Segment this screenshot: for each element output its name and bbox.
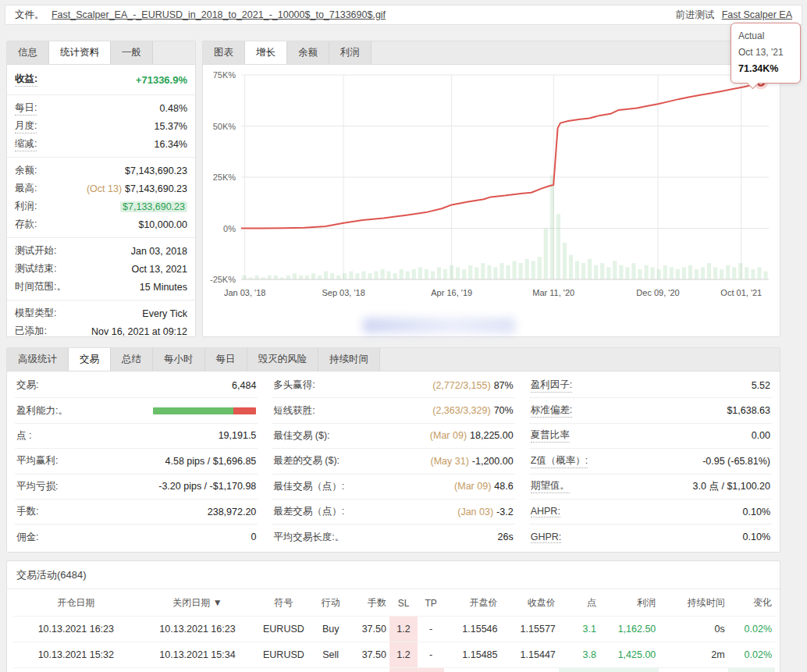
stat-label[interactable]: 盈利因子: [531, 379, 572, 393]
tab-balance[interactable]: 余额 [287, 41, 329, 64]
cell-open-price [444, 668, 500, 672]
info-value: 16.34% [155, 139, 187, 150]
stat-value: 4.58 pips / $1,696.85 [165, 456, 257, 467]
cell-tp: - [418, 617, 444, 642]
col-header-symbol[interactable]: 符号 [256, 589, 311, 617]
file-link[interactable]: Fast_Scalper_EA_-_EURUSD_in_2018_to_2021… [52, 9, 386, 20]
cell-close-date: 10.13.2021 16:23 [139, 617, 257, 642]
info-label: 测试开始: [15, 244, 56, 258]
cell-action: Sell [311, 642, 350, 668]
info-value: 0.48% [160, 103, 187, 114]
forward-test-link[interactable]: Fast Scalper EA [722, 9, 792, 20]
cell-action [311, 668, 350, 672]
trade-row[interactable]: 10.13.2021 16:2310.13.2021 16:23EURUSDBu… [13, 617, 775, 642]
stat-label[interactable]: 标准偏差: [531, 404, 572, 418]
tab-info[interactable]: 信息 [7, 41, 49, 64]
info-label: 模型类型: [15, 307, 56, 320]
statistics-rows: 收益:+71336.9%每日:0.48%月度:15.37%缩减:16.34%余额… [7, 65, 195, 344]
tab-daily[interactable]: 每日 [205, 348, 247, 371]
col-header-lots[interactable]: 手数 [350, 589, 389, 617]
stat-label: 短线获胜: [273, 404, 315, 418]
info-label[interactable]: 月度: [15, 119, 37, 133]
info-value-date: (Oct 13) [87, 183, 122, 194]
stat-cell: 平均交易长度:。26s [272, 524, 514, 549]
tab-statistics[interactable]: 统计资料 [49, 41, 111, 64]
stat-cell: 多头赢得:(2,772/3,155)87% [272, 373, 514, 398]
info-group: 每日:0.48%月度:15.37%缩减:16.34% [7, 95, 195, 158]
cell-points [559, 668, 599, 672]
col-header-close-price[interactable]: 收盘价 [501, 589, 559, 617]
svg-text:0%: 0% [223, 224, 236, 233]
col-header-sl[interactable]: SL [389, 589, 418, 617]
growth-chart[interactable]: 75K%50K%25K%0%-25K%Jan 03, '18Sep 03, '1… [205, 67, 778, 311]
stat-label[interactable]: GHPR: [531, 532, 562, 543]
tab-growth[interactable]: 增长 [245, 41, 287, 64]
svg-text:Sep 03, '18: Sep 03, '18 [322, 288, 364, 297]
tab-risk-of-ruin[interactable]: 毁灭的风险 [247, 348, 319, 371]
col-header-duration[interactable]: 持续时间 [659, 589, 727, 617]
tab-general[interactable]: 一般 [111, 41, 153, 64]
info-label: 已添加: [15, 325, 47, 338]
col-header-change[interactable]: 变化 [728, 589, 775, 617]
stat-label: 平均交易长度:。 [273, 531, 344, 544]
trade-row[interactable]: 10.13.2021 15:3210.13.2021 15:34EURUSDSe… [13, 642, 775, 668]
info-value: 15 Minutes [140, 282, 187, 293]
stat-value: 6,484 [232, 380, 256, 391]
cell-points: 3.8 [559, 642, 599, 668]
tab-summary[interactable]: 总结 [111, 348, 153, 371]
info-value: $7,143,690.23 [125, 165, 187, 176]
svg-text:Mar 11, '20: Mar 11, '20 [532, 288, 574, 297]
col-header-profit[interactable]: 利润 [599, 589, 659, 617]
stats-grid: 交易:6,484多头赢得:(2,772/3,155)87%盈利因子:5.52盈利… [7, 372, 780, 549]
info-label[interactable]: 收益: [15, 73, 37, 87]
col-header-close-date[interactable]: 关闭日期 ▼ [139, 589, 257, 617]
statistics-panel: 信息统计资料一般 收益:+71336.9%每日:0.48%月度:15.37%缩减… [6, 41, 196, 337]
trade-row-partial[interactable] [13, 668, 775, 672]
statistics-tabstrip: 信息统计资料一般 [7, 41, 195, 65]
tab-hourly[interactable]: 每小时 [153, 348, 205, 371]
stat-label[interactable]: 期望值。 [531, 479, 570, 493]
info-label[interactable]: 每日: [15, 101, 37, 116]
stat-value: (Jan 03)-3.2 [457, 507, 513, 517]
info-value: Jan 03, 2018 [131, 246, 187, 257]
tab-chart[interactable]: 图表 [203, 41, 245, 64]
col-header-tp[interactable]: TP [418, 589, 444, 617]
profitability-bar-win [153, 407, 233, 414]
stat-value: 3.0 点 / $1,100.20 [693, 480, 770, 493]
tab-profit[interactable]: 利润 [329, 41, 372, 64]
col-header-open-price[interactable]: 开盘价 [444, 589, 500, 617]
info-label: 测试结束: [15, 262, 56, 276]
stat-cell: AHPR:0.10% [529, 500, 772, 524]
cell-close-date: 10.13.2021 15:34 [139, 642, 257, 668]
tooltip-date: Oct 13, '21 [738, 44, 793, 61]
cell-sl: 1.2 [389, 617, 418, 642]
stat-value-date: (May 31) [431, 456, 469, 467]
info-group: 收益:+71336.9% [7, 65, 195, 95]
col-header-open-date[interactable]: 开仓日期 [13, 589, 139, 617]
info-label[interactable]: 缩减: [15, 137, 37, 151]
stat-label[interactable]: AHPR: [531, 506, 560, 517]
cell-lots: 37.50 [350, 642, 389, 668]
stat-value: (2,772/3,155)87% [432, 380, 513, 391]
info-group: 模型类型:Every Tick已添加:Nov 16, 2021 at 09:12 [7, 300, 195, 344]
stat-label[interactable]: Z值（概率）: [531, 454, 588, 468]
file-label: 文件。 [15, 9, 44, 20]
stat-cell: 标准偏差:$1,638.63 [529, 398, 772, 423]
trading-activity-panel: 交易活动(6484) 开仓日期关闭日期 ▼符号行动手数SLTP开盘价收盘价点利润… [6, 560, 780, 672]
tab-duration[interactable]: 持续时间 [318, 348, 380, 371]
tab-advanced[interactable]: 高级统计 [7, 348, 69, 371]
cell-close-date [139, 668, 257, 672]
col-header-points[interactable]: 点 [559, 589, 599, 617]
stats-tabstrip: 高级统计交易总结每小时每日毁灭的风险持续时间 [7, 348, 780, 372]
col-header-action[interactable]: 行动 [311, 589, 350, 617]
stat-cell: 交易:6,484 [15, 373, 258, 398]
svg-text:Oct 01, '21: Oct 01, '21 [720, 288, 762, 297]
trading-activity-title: 交易活动(6484) [7, 561, 780, 589]
stat-value: (Mar 09)48.6 [454, 481, 514, 492]
stat-label[interactable]: 夏普比率 [531, 428, 570, 443]
info-row: 存款:$10,000.00 [7, 215, 195, 233]
stat-cell: 最佳交易 ($):(Mar 09)18,225.00 [272, 424, 514, 449]
cell-profit: 1,425.00 [599, 642, 659, 668]
stat-label: 交易: [16, 379, 38, 392]
tab-trades[interactable]: 交易 [69, 348, 111, 371]
